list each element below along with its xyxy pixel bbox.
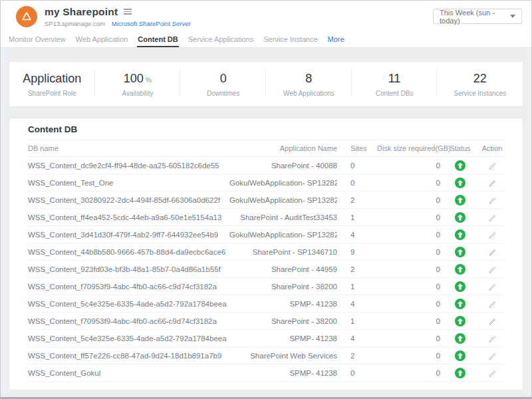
status-up-icon[interactable]	[455, 160, 466, 171]
table-row: WSS_Content_923fd03e-bf3b-48a1-85b7-0a4d…	[28, 261, 504, 278]
table-row: WSS_Content_30280922-2dc4-494f-85df-6630…	[28, 192, 504, 209]
tab-service-applications[interactable]: Service Applications	[188, 32, 254, 47]
db-name-cell: WSS_Content_Gokul	[28, 364, 229, 382]
stat-value: 22	[437, 72, 523, 86]
disk-size-cell: 0	[377, 192, 440, 209]
disk-size-cell: 0	[377, 226, 440, 243]
status-up-icon[interactable]	[455, 247, 466, 257]
tab-service-instance[interactable]: Service Instance	[263, 32, 318, 47]
status-cell	[440, 364, 480, 382]
application-name-cell: SharePoint - 44959	[229, 261, 337, 278]
application-name-cell: SharePoint - 38200	[229, 313, 337, 330]
stat-downtimes: 0Downtimes	[180, 71, 266, 98]
sites-cell: 2	[337, 261, 377, 278]
monitor-host: SP13.spmanage.com	[45, 20, 105, 27]
sites-cell: 1	[337, 313, 377, 330]
column-header-db-name: DB name	[28, 140, 229, 157]
sites-cell: 1	[337, 278, 377, 295]
action-cell	[480, 347, 504, 364]
sites-cell: 4	[337, 226, 377, 243]
edit-pencil-icon[interactable]	[488, 196, 497, 204]
content-area: ApplicationSharePoint Role100%Availabili…	[1, 48, 531, 397]
disk-size-cell: 0	[377, 313, 440, 330]
disk-size-cell: 0	[377, 295, 440, 313]
application-name-cell: GokulWebApplication- SP1328261	[229, 192, 337, 209]
status-cell	[440, 243, 480, 261]
stat-service-instances: 22Service Instances	[437, 71, 523, 98]
monitor-title-block: my Sharepoint SP13.spmanage.com Microsof…	[45, 6, 191, 27]
application-name-cell: SharePoint - SP1346710	[229, 243, 337, 261]
application-name-cell: GokulWebApplication- SP1328261	[229, 226, 337, 243]
edit-pencil-icon[interactable]	[488, 351, 497, 360]
table-row: WSS_Content_ff4ea452-5cdc-44eb-a9a6-50e1…	[28, 209, 504, 226]
header: my Sharepoint SP13.spmanage.com Microsof…	[1, 1, 531, 32]
status-up-icon[interactable]	[455, 195, 466, 205]
stat-label: Content DBs	[352, 90, 438, 97]
db-name-cell: WSS_Content_5c4e325e-6335-4ade-a5d2-792a…	[28, 295, 229, 313]
tab-content-db[interactable]: Content DB	[137, 32, 179, 47]
status-cell	[440, 295, 480, 313]
edit-pencil-icon[interactable]	[488, 334, 497, 342]
edit-pencil-icon[interactable]	[488, 230, 497, 239]
sites-cell: 0	[337, 174, 377, 192]
stat-web-applications: 8Web Applications	[266, 71, 352, 98]
status-up-icon[interactable]	[455, 212, 466, 223]
edit-pencil-icon[interactable]	[488, 368, 497, 377]
stat-unit: %	[146, 76, 152, 84]
disk-size-cell: 0	[377, 174, 440, 192]
status-up-icon[interactable]	[455, 333, 466, 344]
status-cell	[440, 313, 480, 330]
sites-cell: 9	[337, 243, 377, 261]
application-name-cell: SharePoint - 38200	[229, 278, 337, 295]
db-name-cell: WSS_Content_Test_One	[28, 174, 229, 192]
status-cell	[440, 174, 480, 192]
stat-label: SharePoint Role	[9, 90, 95, 97]
action-cell	[480, 174, 504, 192]
status-cell	[440, 347, 480, 364]
status-up-icon[interactable]	[455, 178, 466, 188]
column-header-disk-size-required-gb: Disk size required(GB)	[377, 140, 440, 157]
tab-monitor-overview[interactable]: Monitor Overview	[8, 32, 66, 47]
edit-pencil-icon[interactable]	[488, 213, 497, 221]
time-period-select[interactable]: This Week (sun - today)	[433, 9, 522, 24]
sites-cell: 1	[337, 209, 377, 226]
sites-cell: 0	[337, 157, 377, 174]
status-cell	[440, 330, 480, 347]
status-cell	[440, 157, 480, 174]
edit-pencil-icon[interactable]	[488, 161, 497, 170]
application-name-cell: SPMP- 41238	[229, 330, 337, 347]
db-name-cell: WSS_Content_ff57e226-cc88-47ad-9d24-18d1…	[28, 347, 229, 364]
edit-pencil-icon[interactable]	[488, 178, 497, 187]
status-up-icon[interactable]	[455, 299, 466, 309]
edit-pencil-icon[interactable]	[488, 282, 497, 291]
monitor-logo	[16, 6, 37, 27]
db-name-cell: WSS_Content_923fd03e-bf3b-48a1-85b7-0a4d…	[28, 261, 229, 278]
content-db-table: DB nameApplication NameSitesDisk size re…	[28, 140, 504, 382]
tab-more[interactable]: More	[327, 32, 345, 47]
status-cell	[440, 278, 480, 295]
edit-pencil-icon[interactable]	[488, 317, 497, 325]
edit-pencil-icon[interactable]	[488, 299, 497, 308]
tab-web-application[interactable]: Web Application	[75, 32, 129, 47]
edit-pencil-icon[interactable]	[488, 265, 497, 273]
application-name-cell: GokulWebApplication- SP1328261	[229, 174, 337, 192]
menu-icon[interactable]	[124, 7, 132, 16]
status-up-icon[interactable]	[455, 368, 466, 378]
db-name-cell: WSS_Content_f70953f9-4abc-4fb0-ac66-c9d7…	[28, 278, 229, 295]
disk-size-cell: 0	[377, 261, 440, 278]
monitor-type-link[interactable]: Microsoft SharePoint Server	[112, 20, 191, 27]
edit-pencil-icon[interactable]	[488, 247, 497, 256]
db-name-cell: WSS_Content_5c4e325e-6335-4ade-a5d2-792a…	[28, 330, 229, 347]
action-cell	[480, 364, 504, 382]
action-cell	[480, 261, 504, 278]
chevron-down-icon	[510, 15, 515, 18]
status-up-icon[interactable]	[455, 229, 466, 240]
status-up-icon[interactable]	[455, 350, 466, 361]
stat-sharepoint-role: ApplicationSharePoint Role	[9, 71, 95, 98]
stat-label: Availability	[95, 90, 181, 97]
status-up-icon[interactable]	[455, 264, 466, 275]
status-up-icon[interactable]	[455, 281, 466, 292]
status-up-icon[interactable]	[455, 316, 466, 327]
disk-size-cell: 0	[377, 157, 440, 174]
table-row: WSS_Content_5c4e325e-6335-4ade-a5d2-792a…	[28, 295, 504, 313]
